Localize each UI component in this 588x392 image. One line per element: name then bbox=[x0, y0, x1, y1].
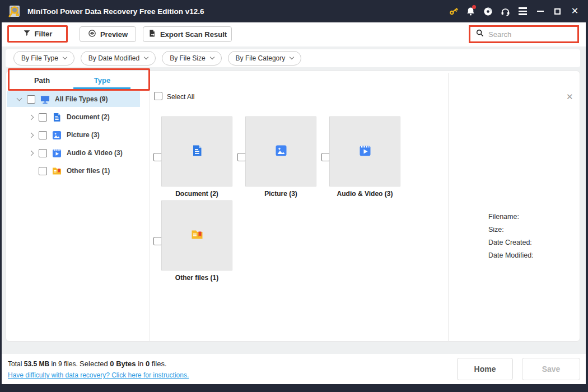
tree-item-audio-video[interactable]: Audio & Video (3) bbox=[26, 145, 123, 161]
checkbox[interactable] bbox=[39, 113, 47, 122]
card-label-document: Document (2) bbox=[161, 190, 232, 198]
close-icon[interactable]: ✕ bbox=[566, 0, 584, 22]
audio-video-icon bbox=[358, 144, 372, 160]
tree-item-all-file-types[interactable]: All File Types (9) bbox=[15, 91, 108, 107]
disc-icon[interactable] bbox=[479, 0, 497, 22]
filter-button[interactable]: Filter bbox=[7, 25, 68, 43]
menu-icon[interactable] bbox=[514, 0, 531, 22]
app-logo-icon bbox=[8, 4, 22, 18]
card-audio-video[interactable] bbox=[329, 116, 400, 186]
total-size-value: 53.5 MB bbox=[24, 360, 49, 368]
export-scan-result-button[interactable]: Export Scan Result bbox=[143, 26, 232, 42]
card-label-picture: Picture (3) bbox=[245, 190, 316, 198]
tab-path[interactable]: Path bbox=[20, 76, 64, 85]
window-title: MiniTool Power Data Recovery Free Editio… bbox=[27, 7, 204, 16]
preview-button[interactable]: Preview bbox=[80, 26, 136, 42]
selected-size-value: 0 Bytes bbox=[110, 360, 136, 368]
card-checkbox-picture[interactable] bbox=[237, 153, 246, 161]
chevron-down-icon[interactable] bbox=[16, 96, 22, 101]
dropdown-by-file-type[interactable]: By File Type bbox=[13, 51, 74, 66]
search-icon bbox=[475, 29, 484, 40]
minimize-icon[interactable] bbox=[531, 0, 549, 22]
checkbox[interactable] bbox=[27, 95, 35, 104]
dropdown-by-date-modified[interactable]: By Date Modified bbox=[81, 51, 156, 66]
maximize-icon[interactable] bbox=[549, 0, 566, 22]
bell-icon[interactable] bbox=[462, 0, 479, 22]
audio-video-icon bbox=[52, 148, 62, 158]
picture-icon bbox=[52, 130, 62, 141]
card-picture[interactable] bbox=[245, 116, 316, 186]
monitor-icon bbox=[40, 94, 50, 105]
selected-count-value: 0 bbox=[146, 360, 150, 368]
dropdown-by-file-size[interactable]: By File Size bbox=[162, 51, 221, 66]
funnel-icon bbox=[23, 29, 31, 39]
tree-main-divider bbox=[150, 91, 150, 342]
chevron-right-icon[interactable] bbox=[28, 132, 34, 138]
card-document[interactable] bbox=[161, 116, 232, 186]
detail-date-modified-label: Date Modified: bbox=[488, 251, 534, 259]
chevron-down-icon bbox=[209, 55, 214, 59]
picture-icon bbox=[274, 144, 288, 160]
titlebar: MiniTool Power Data Recovery Free Editio… bbox=[0, 0, 588, 22]
detail-size-label: Size: bbox=[488, 226, 504, 234]
card-checkbox-other-files[interactable] bbox=[153, 237, 162, 245]
document-icon bbox=[52, 112, 62, 123]
headset-icon[interactable] bbox=[497, 0, 514, 22]
filter-options-bar: By File Type By Date Modified By File Si… bbox=[6, 49, 580, 67]
save-button[interactable]: Save bbox=[522, 358, 580, 380]
select-all-checkbox[interactable] bbox=[154, 92, 162, 100]
details-close-icon[interactable]: ✕ bbox=[566, 92, 573, 101]
detail-date-created-label: Date Created: bbox=[488, 239, 532, 246]
checkbox[interactable] bbox=[39, 131, 47, 139]
checkbox[interactable] bbox=[39, 167, 47, 175]
tree-item-document[interactable]: Document (2) bbox=[26, 109, 110, 125]
tree-item-picture[interactable]: Picture (3) bbox=[26, 127, 100, 143]
detail-filename-label: Filename: bbox=[488, 213, 519, 221]
key-icon[interactable] bbox=[445, 0, 462, 22]
card-label-audio-video: Audio & Video (3) bbox=[329, 190, 400, 198]
card-label-other-files: Other files (1) bbox=[161, 274, 232, 282]
help-link[interactable]: Have difficulty with data recovery? Clic… bbox=[8, 371, 189, 379]
search-box bbox=[469, 25, 579, 43]
tab-type[interactable]: Type bbox=[78, 76, 126, 85]
card-other-files[interactable] bbox=[161, 200, 232, 270]
export-file-icon bbox=[148, 29, 156, 39]
main-details-divider bbox=[448, 73, 449, 342]
summary-text: Total 53.5 MB in 9 files. Selected 0 Byt… bbox=[8, 360, 167, 368]
select-all-label: Select All bbox=[167, 93, 194, 101]
card-checkbox-audio-video[interactable] bbox=[321, 153, 330, 161]
active-tab-indicator bbox=[73, 87, 130, 89]
folder-icon bbox=[190, 228, 204, 244]
search-input[interactable] bbox=[488, 30, 587, 39]
home-button[interactable]: Home bbox=[457, 358, 513, 380]
folder-icon bbox=[52, 166, 62, 176]
dropdown-by-file-category[interactable]: By File Category bbox=[228, 51, 302, 66]
document-icon bbox=[190, 144, 204, 160]
chevron-down-icon bbox=[290, 55, 294, 59]
eye-icon bbox=[88, 29, 96, 39]
app-window: MiniTool Power Data Recovery Free Editio… bbox=[0, 0, 588, 392]
notification-dot bbox=[472, 5, 476, 9]
checkbox[interactable] bbox=[39, 149, 47, 157]
tree-item-other-files[interactable]: Other files (1) bbox=[26, 163, 110, 179]
chevron-down-icon bbox=[63, 55, 67, 59]
chevron-down-icon bbox=[144, 55, 148, 59]
card-checkbox-document[interactable] bbox=[153, 153, 162, 161]
chevron-right-icon[interactable] bbox=[28, 114, 34, 120]
chevron-right-icon[interactable] bbox=[28, 150, 34, 156]
